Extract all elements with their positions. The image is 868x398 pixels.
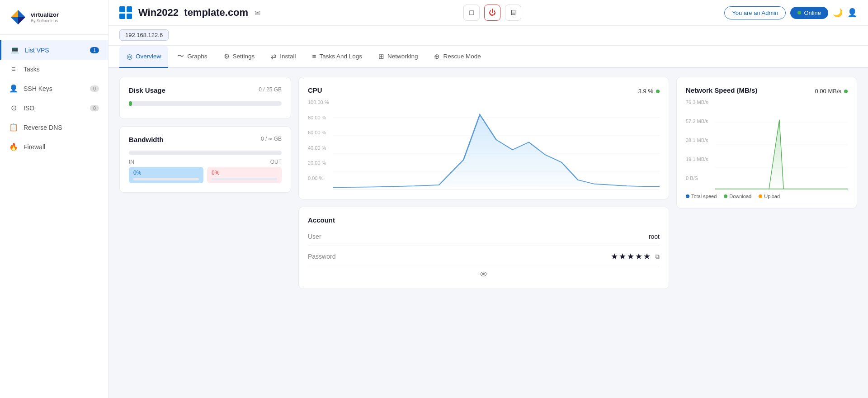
cpu-status-dot [656,90,660,93]
tab-install[interactable]: ⇄ Install [264,46,303,68]
legend-upload-dot [759,194,762,198]
logo-area: virtualizor By Softaculous [0,0,108,35]
sidebar-item-reverse-dns[interactable]: 📋 Reverse DNS [0,118,108,137]
nav-icon-list-vps: 💻 [10,46,19,54]
svg-marker-1 [18,10,25,17]
password-dots: ★★★★★ [611,251,651,261]
legend-download-dot [724,194,727,198]
network-title: Network Speed (MB/s) [686,86,757,94]
account-user-row: User root [308,227,660,246]
network-status-dot [844,90,848,93]
nav-label-firewall: Firewall [24,143,45,151]
topbar: Win2022_template.com ✉ □ ⏻ 🖥 You are an … [108,0,868,26]
tab-icon-install: ⇄ [271,52,277,61]
tab-icon-networking: ⊞ [378,52,384,61]
cpu-chart: 100.00 % 80.00 % 60.00 % 40.00 % 20.00 %… [308,100,660,190]
monitor-button[interactable]: 🖥 [505,5,521,21]
nav-icon-tasks: ≡ [9,65,18,73]
mid-column: CPU 3.9 % 100.00 % 80.00 % 60.00 % 40.00… [298,77,669,389]
mail-icon[interactable]: ✉ [255,9,260,17]
power-button[interactable]: ⏻ [484,5,500,21]
content-area: Disk Usage 0 / 25 GB Bandwidth 0 / ∞ GB … [108,68,868,398]
user-button[interactable]: 👤 [847,8,857,18]
bw-out-percent: 0% [212,170,219,176]
show-password-icon[interactable]: 👁 [480,270,488,279]
tab-label-rescue-mode: Rescue Mode [443,53,481,60]
network-card: Network Speed (MB/s) 0.00 MB/s 76.3 MB/s… [676,77,857,208]
svg-marker-13 [715,119,848,189]
logo-icon [9,8,27,26]
network-value: 0.00 MB/s [815,88,848,95]
tab-graphs[interactable]: 〜 Graphs [170,46,214,68]
tab-rescue-mode[interactable]: ⊕ Rescue Mode [427,46,488,68]
theme-toggle[interactable]: 🌙 [833,8,843,18]
password-value: ★★★★★ ⧉ [611,251,660,261]
network-chart: 76.3 MB/s 57.2 MB/s 38.1 MB/s 19.1 MB/s … [686,100,848,190]
sidebar-item-firewall[interactable]: 🔥 Firewall [0,137,108,156]
tab-label-install: Install [280,53,296,60]
cpu-title: CPU [308,86,322,94]
tab-icon-settings: ⚙ [224,52,230,61]
window-button[interactable]: □ [463,5,480,21]
account-card: Account User root Password ★★★★★ ⧉ 👁 [298,207,669,289]
bandwidth-title: Bandwidth [129,136,164,143]
tab-label-settings: Settings [233,53,255,60]
tab-label-tasks-logs: Tasks And Logs [319,53,362,60]
sidebar-item-tasks[interactable]: ≡ Tasks [0,60,108,79]
ip-address[interactable]: 192.168.122.6 [119,29,169,41]
password-label: Password [308,253,335,260]
nav-label-ssh-keys: SSH Keys [24,85,52,92]
logo-brand: virtualizor [31,11,59,19]
nav-label-iso: ISO [24,104,34,112]
legend-download-label: Download [729,194,751,199]
sidebar-item-iso[interactable]: ⊙ ISO 0 [0,98,108,118]
network-svg [715,100,848,190]
bandwidth-progress-bar [129,151,282,155]
bw-out-label: OUT [270,159,282,165]
tab-tasks-logs[interactable]: ≡ Tasks And Logs [305,46,369,68]
legend-upload-label: Upload [764,194,780,199]
user-label: User [308,233,321,240]
online-button[interactable]: Online [790,7,828,19]
nav-badge-iso: 0 [90,105,99,111]
disk-title: Disk Usage [129,86,165,94]
sidebar-item-ssh-keys[interactable]: 👤 SSH Keys 0 [0,79,108,98]
tab-networking[interactable]: ⊞ Networking [371,46,425,68]
disk-label: 0 / 25 GB [259,86,282,93]
network-y-labels: 76.3 MB/s 57.2 MB/s 38.1 MB/s 19.1 MB/s … [686,100,711,181]
nav-badge-list-vps: 1 [90,47,99,53]
network-legend: Total speed Download Upload [686,194,848,199]
svg-marker-0 [11,10,18,17]
cpu-svg [333,100,660,190]
nav-label-tasks: Tasks [24,66,40,73]
tab-overview[interactable]: ◎ Overview [119,46,168,68]
ip-bar: 192.168.122.6 [108,26,868,46]
bw-in-percent: 0% [133,170,141,176]
left-column: Disk Usage 0 / 25 GB Bandwidth 0 / ∞ GB … [119,77,291,389]
online-label: Online [804,9,821,16]
nav-icon-firewall: 🔥 [9,142,18,151]
bandwidth-card: Bandwidth 0 / ∞ GB IN OUT 0% 0% [119,126,291,193]
tab-settings[interactable]: ⚙ Settings [217,46,262,68]
sidebar-item-list-vps[interactable]: 💻 List VPS 1 [0,40,108,60]
nav-label-list-vps: List VPS [25,47,49,54]
account-title: Account [308,216,660,224]
admin-button[interactable]: You are an Admin [724,6,786,19]
legend-total-dot [686,194,689,198]
account-password-row: Password ★★★★★ ⧉ [308,246,660,267]
nav-icon-reverse-dns: 📋 [9,123,18,132]
svg-marker-2 [11,17,18,24]
nav-badge-ssh-keys: 0 [90,85,99,92]
legend-total-label: Total speed [691,194,717,199]
windows-icon [119,6,132,19]
main-content: Win2022_template.com ✉ □ ⏻ 🖥 You are an … [108,0,868,398]
copy-password-icon[interactable]: ⧉ [655,253,660,261]
cpu-y-labels: 100.00 % 80.00 % 60.00 % 40.00 % 20.00 %… [308,100,333,181]
tab-icon-graphs: 〜 [177,52,184,61]
bandwidth-label: 0 / ∞ GB [261,136,282,142]
nav-menu: 💻 List VPS 1 ≡ Tasks 👤 SSH Keys 0 ⊙ ISO … [0,35,108,162]
bw-out-bar: 0% [207,167,282,183]
user-value: root [649,233,660,240]
disk-progress-fill [129,101,132,106]
tab-label-overview: Overview [136,53,161,60]
